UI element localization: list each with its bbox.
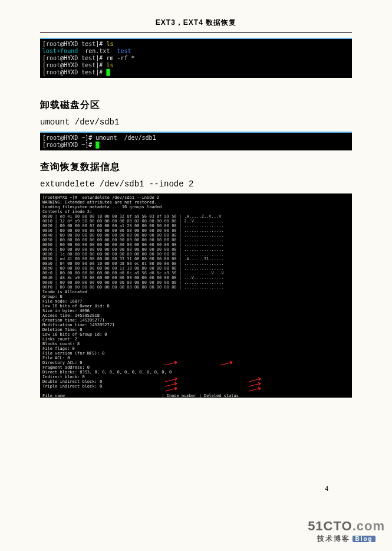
command-extundelete: extundelete /dev/sdb1 --inode 2 [40,179,352,189]
document-page: EXT3，EXT4 数据恢复 [root@HYXD test]# ls lost… [0,0,392,551]
terminal-block-1: [root@HYXD test]# ls lost+found ren.txt … [40,38,352,78]
header-rule [40,32,352,33]
arrow-icon [248,386,263,392]
page-header-title: EXT3，EXT4 数据恢复 [40,18,352,28]
arrow-icon [219,360,235,366]
arrow-icon [164,360,179,366]
page-number: 4 [325,486,328,492]
section-heading-umount: 卸载磁盘分区 [40,99,352,111]
arrow-icon [164,386,179,392]
command-umount: umount /dev/sdb1 [40,117,352,127]
section-heading-query: 查询恢复数据信息 [40,161,352,173]
terminal-block-3: [root@HYXD ~]# extundelete /dev/sdb1 --i… [40,193,352,398]
watermark: 51CTO.com 技术博客Blog [308,519,385,544]
watermark-logo: 51CTO.com [308,519,385,534]
watermark-sub: 技术博客Blog [308,534,385,544]
terminal-block-2: [root@HYXD ~]# umount /dev/sdb1 [root@HY… [40,132,352,150]
